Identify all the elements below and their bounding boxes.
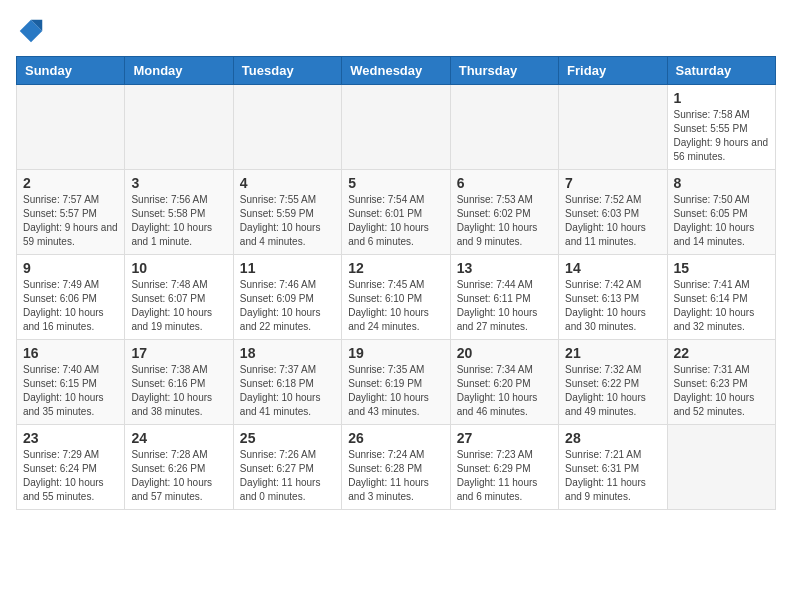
calendar-week-row: 23Sunrise: 7:29 AM Sunset: 6:24 PM Dayli…: [17, 425, 776, 510]
day-info: Sunrise: 7:35 AM Sunset: 6:19 PM Dayligh…: [348, 363, 443, 419]
calendar-day-cell: [667, 425, 775, 510]
day-number: 9: [23, 260, 118, 276]
calendar-day-cell: [233, 85, 341, 170]
day-info: Sunrise: 7:24 AM Sunset: 6:28 PM Dayligh…: [348, 448, 443, 504]
weekday-header-monday: Monday: [125, 57, 233, 85]
calendar-day-cell: 14Sunrise: 7:42 AM Sunset: 6:13 PM Dayli…: [559, 255, 667, 340]
calendar-day-cell: [342, 85, 450, 170]
logo: [16, 16, 50, 46]
day-number: 15: [674, 260, 769, 276]
day-info: Sunrise: 7:46 AM Sunset: 6:09 PM Dayligh…: [240, 278, 335, 334]
calendar-day-cell: [125, 85, 233, 170]
day-number: 3: [131, 175, 226, 191]
calendar-day-cell: 6Sunrise: 7:53 AM Sunset: 6:02 PM Daylig…: [450, 170, 558, 255]
day-info: Sunrise: 7:37 AM Sunset: 6:18 PM Dayligh…: [240, 363, 335, 419]
calendar-day-cell: 10Sunrise: 7:48 AM Sunset: 6:07 PM Dayli…: [125, 255, 233, 340]
calendar-day-cell: 23Sunrise: 7:29 AM Sunset: 6:24 PM Dayli…: [17, 425, 125, 510]
day-info: Sunrise: 7:42 AM Sunset: 6:13 PM Dayligh…: [565, 278, 660, 334]
day-number: 28: [565, 430, 660, 446]
calendar-day-cell: 19Sunrise: 7:35 AM Sunset: 6:19 PM Dayli…: [342, 340, 450, 425]
day-number: 20: [457, 345, 552, 361]
day-number: 19: [348, 345, 443, 361]
day-info: Sunrise: 7:38 AM Sunset: 6:16 PM Dayligh…: [131, 363, 226, 419]
day-info: Sunrise: 7:48 AM Sunset: 6:07 PM Dayligh…: [131, 278, 226, 334]
day-number: 8: [674, 175, 769, 191]
calendar-week-row: 9Sunrise: 7:49 AM Sunset: 6:06 PM Daylig…: [17, 255, 776, 340]
day-number: 21: [565, 345, 660, 361]
calendar-day-cell: 24Sunrise: 7:28 AM Sunset: 6:26 PM Dayli…: [125, 425, 233, 510]
day-number: 16: [23, 345, 118, 361]
day-number: 2: [23, 175, 118, 191]
calendar-week-row: 16Sunrise: 7:40 AM Sunset: 6:15 PM Dayli…: [17, 340, 776, 425]
day-number: 11: [240, 260, 335, 276]
calendar-day-cell: 12Sunrise: 7:45 AM Sunset: 6:10 PM Dayli…: [342, 255, 450, 340]
weekday-header-wednesday: Wednesday: [342, 57, 450, 85]
day-number: 1: [674, 90, 769, 106]
day-number: 4: [240, 175, 335, 191]
day-info: Sunrise: 7:52 AM Sunset: 6:03 PM Dayligh…: [565, 193, 660, 249]
day-number: 13: [457, 260, 552, 276]
calendar-day-cell: [450, 85, 558, 170]
day-number: 12: [348, 260, 443, 276]
calendar-day-cell: 4Sunrise: 7:55 AM Sunset: 5:59 PM Daylig…: [233, 170, 341, 255]
day-number: 17: [131, 345, 226, 361]
calendar-day-cell: 28Sunrise: 7:21 AM Sunset: 6:31 PM Dayli…: [559, 425, 667, 510]
day-number: 27: [457, 430, 552, 446]
day-number: 24: [131, 430, 226, 446]
calendar-day-cell: [17, 85, 125, 170]
calendar-table: SundayMondayTuesdayWednesdayThursdayFrid…: [16, 56, 776, 510]
day-info: Sunrise: 7:23 AM Sunset: 6:29 PM Dayligh…: [457, 448, 552, 504]
day-info: Sunrise: 7:50 AM Sunset: 6:05 PM Dayligh…: [674, 193, 769, 249]
day-number: 26: [348, 430, 443, 446]
day-info: Sunrise: 7:49 AM Sunset: 6:06 PM Dayligh…: [23, 278, 118, 334]
calendar-day-cell: 16Sunrise: 7:40 AM Sunset: 6:15 PM Dayli…: [17, 340, 125, 425]
calendar-day-cell: 13Sunrise: 7:44 AM Sunset: 6:11 PM Dayli…: [450, 255, 558, 340]
day-info: Sunrise: 7:26 AM Sunset: 6:27 PM Dayligh…: [240, 448, 335, 504]
day-info: Sunrise: 7:29 AM Sunset: 6:24 PM Dayligh…: [23, 448, 118, 504]
calendar-day-cell: 20Sunrise: 7:34 AM Sunset: 6:20 PM Dayli…: [450, 340, 558, 425]
calendar-week-row: 1Sunrise: 7:58 AM Sunset: 5:55 PM Daylig…: [17, 85, 776, 170]
weekday-header-sunday: Sunday: [17, 57, 125, 85]
weekday-header-row: SundayMondayTuesdayWednesdayThursdayFrid…: [17, 57, 776, 85]
day-info: Sunrise: 7:54 AM Sunset: 6:01 PM Dayligh…: [348, 193, 443, 249]
calendar-day-cell: [559, 85, 667, 170]
day-number: 18: [240, 345, 335, 361]
day-info: Sunrise: 7:45 AM Sunset: 6:10 PM Dayligh…: [348, 278, 443, 334]
calendar-day-cell: 5Sunrise: 7:54 AM Sunset: 6:01 PM Daylig…: [342, 170, 450, 255]
day-number: 7: [565, 175, 660, 191]
calendar-day-cell: 15Sunrise: 7:41 AM Sunset: 6:14 PM Dayli…: [667, 255, 775, 340]
calendar-day-cell: 26Sunrise: 7:24 AM Sunset: 6:28 PM Dayli…: [342, 425, 450, 510]
day-number: 14: [565, 260, 660, 276]
day-info: Sunrise: 7:40 AM Sunset: 6:15 PM Dayligh…: [23, 363, 118, 419]
day-info: Sunrise: 7:53 AM Sunset: 6:02 PM Dayligh…: [457, 193, 552, 249]
day-info: Sunrise: 7:32 AM Sunset: 6:22 PM Dayligh…: [565, 363, 660, 419]
calendar-day-cell: 7Sunrise: 7:52 AM Sunset: 6:03 PM Daylig…: [559, 170, 667, 255]
calendar-day-cell: 18Sunrise: 7:37 AM Sunset: 6:18 PM Dayli…: [233, 340, 341, 425]
day-info: Sunrise: 7:21 AM Sunset: 6:31 PM Dayligh…: [565, 448, 660, 504]
calendar-day-cell: 9Sunrise: 7:49 AM Sunset: 6:06 PM Daylig…: [17, 255, 125, 340]
day-number: 6: [457, 175, 552, 191]
day-info: Sunrise: 7:58 AM Sunset: 5:55 PM Dayligh…: [674, 108, 769, 164]
page-header: [16, 16, 776, 46]
day-number: 25: [240, 430, 335, 446]
logo-icon: [16, 16, 46, 46]
day-info: Sunrise: 7:41 AM Sunset: 6:14 PM Dayligh…: [674, 278, 769, 334]
calendar-day-cell: 25Sunrise: 7:26 AM Sunset: 6:27 PM Dayli…: [233, 425, 341, 510]
calendar-week-row: 2Sunrise: 7:57 AM Sunset: 5:57 PM Daylig…: [17, 170, 776, 255]
day-info: Sunrise: 7:55 AM Sunset: 5:59 PM Dayligh…: [240, 193, 335, 249]
weekday-header-saturday: Saturday: [667, 57, 775, 85]
calendar-day-cell: 11Sunrise: 7:46 AM Sunset: 6:09 PM Dayli…: [233, 255, 341, 340]
day-number: 10: [131, 260, 226, 276]
calendar-day-cell: 1Sunrise: 7:58 AM Sunset: 5:55 PM Daylig…: [667, 85, 775, 170]
weekday-header-tuesday: Tuesday: [233, 57, 341, 85]
calendar-day-cell: 17Sunrise: 7:38 AM Sunset: 6:16 PM Dayli…: [125, 340, 233, 425]
day-info: Sunrise: 7:56 AM Sunset: 5:58 PM Dayligh…: [131, 193, 226, 249]
weekday-header-thursday: Thursday: [450, 57, 558, 85]
day-number: 23: [23, 430, 118, 446]
day-number: 22: [674, 345, 769, 361]
day-info: Sunrise: 7:28 AM Sunset: 6:26 PM Dayligh…: [131, 448, 226, 504]
calendar-day-cell: 21Sunrise: 7:32 AM Sunset: 6:22 PM Dayli…: [559, 340, 667, 425]
day-number: 5: [348, 175, 443, 191]
calendar-day-cell: 27Sunrise: 7:23 AM Sunset: 6:29 PM Dayli…: [450, 425, 558, 510]
calendar-day-cell: 2Sunrise: 7:57 AM Sunset: 5:57 PM Daylig…: [17, 170, 125, 255]
